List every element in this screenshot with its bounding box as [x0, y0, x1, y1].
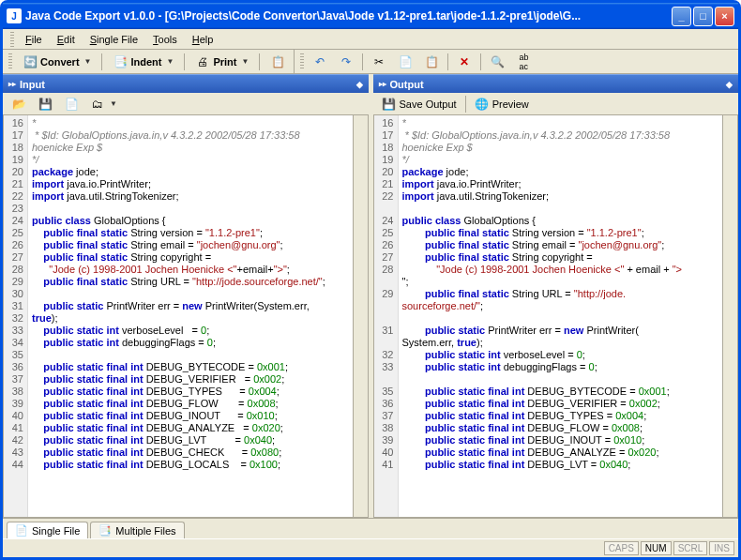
indent-label: Indent: [130, 56, 161, 68]
status-num: NUM: [641, 541, 672, 555]
menu-help[interactable]: Help: [187, 32, 219, 47]
paste-button[interactable]: 📋: [419, 52, 444, 72]
redo-icon: ↷: [339, 54, 354, 69]
output-title: Output: [390, 79, 727, 90]
minimize-button[interactable]: _: [672, 7, 691, 26]
input-editor[interactable]: 1617181920212223242526272829303132333435…: [3, 115, 369, 518]
toolbar-grip[interactable]: [8, 53, 12, 70]
dropdown-icon: ▼: [166, 57, 174, 66]
separator: [362, 53, 363, 70]
tab-multiple-label: Multiple Files: [115, 525, 175, 537]
preview-icon: 🌐: [475, 97, 490, 112]
convert-icon: 🔄: [23, 54, 38, 69]
separator: [101, 53, 102, 70]
files-icon: 📑: [98, 524, 112, 537]
cut-icon: ✂: [371, 54, 386, 69]
bottom-tabs: 📄 Single File 📑 Multiple Files: [3, 518, 738, 538]
delete-icon: ✕: [457, 54, 472, 69]
indent-button[interactable]: 📑 Indent ▼: [108, 52, 178, 72]
delete-button[interactable]: ✕: [452, 52, 476, 72]
menu-tools[interactable]: Tools: [147, 32, 183, 47]
window-title: Java Code Export v1.0.0 - [G:\Projects\C…: [25, 9, 672, 23]
content-area: ▸▸ Input ◆ 📂 💾 📄 🗂▼ 16171819202122232425…: [3, 74, 738, 518]
new-button[interactable]: 📄: [59, 94, 83, 114]
print-icon: 🖨: [195, 54, 210, 69]
save-icon: 💾: [38, 97, 53, 112]
menubar-grip[interactable]: [10, 32, 14, 47]
separator: [480, 53, 481, 70]
chevron-right-icon: ▸▸: [8, 80, 16, 88]
options-icon: 🗂: [90, 97, 105, 112]
redo-button[interactable]: ↷: [334, 52, 358, 72]
indent-icon: 📑: [113, 54, 128, 69]
output-scrollbar[interactable]: [722, 115, 737, 517]
menu-single-file[interactable]: Single File: [84, 32, 144, 47]
replace-icon: abac: [516, 54, 531, 69]
options-button[interactable]: 🗂▼: [85, 94, 122, 114]
status-scrl: SCRL: [673, 541, 708, 555]
output-panel: ▸▸ Output ◆ 💾 Save Output 🌐 Preview 1617…: [373, 74, 739, 518]
output-gutter: 1617181920212224252627282931323335363738…: [374, 115, 399, 517]
input-toolbar: 📂 💾 📄 🗂▼: [3, 93, 369, 115]
save-icon: 💾: [382, 97, 397, 112]
open-button[interactable]: 📂: [7, 94, 31, 114]
print-label: Print: [213, 56, 236, 68]
preview-label: Preview: [492, 98, 529, 110]
dropdown-icon: ▼: [84, 57, 92, 66]
menu-edit[interactable]: Edit: [52, 32, 81, 47]
chevron-right-icon: ▸▸: [379, 80, 386, 88]
print-button[interactable]: 🖨 Print ▼: [190, 52, 253, 72]
toolbar-main: 🔄 Convert ▼ 📑 Indent ▼ 🖨 Print ▼ 📋: [3, 50, 295, 74]
paste-icon: 📋: [424, 54, 439, 69]
clipboard-button[interactable]: 📋: [265, 52, 290, 72]
find-icon: 🔍: [490, 54, 505, 69]
separator: [184, 53, 185, 70]
app-icon: J: [7, 8, 22, 23]
convert-button[interactable]: 🔄 Convert ▼: [18, 52, 96, 72]
status-ins: INS: [709, 541, 734, 555]
input-panel: ▸▸ Input ◆ 📂 💾 📄 🗂▼ 16171819202122232425…: [3, 74, 369, 518]
output-code[interactable]: * * $Id: GlobalOptions.java.in,v 4.3.2.2…: [399, 115, 723, 517]
tab-single-file[interactable]: 📄 Single File: [7, 522, 88, 538]
panel-options-icon[interactable]: ◆: [726, 80, 733, 89]
panel-options-icon[interactable]: ◆: [356, 80, 363, 89]
input-scrollbar[interactable]: [353, 115, 368, 517]
save-output-button[interactable]: 💾 Save Output: [377, 94, 461, 114]
toolbar-grip[interactable]: [300, 53, 304, 70]
input-code[interactable]: * * $Id: GlobalOptions.java.in,v 4.3.2.2…: [28, 115, 353, 517]
app-window: J Java Code Export v1.0.0 - [G:\Projects…: [0, 0, 741, 560]
separator: [465, 96, 466, 113]
open-icon: 📂: [11, 97, 26, 112]
undo-button[interactable]: ↶: [308, 52, 332, 72]
undo-icon: ↶: [312, 54, 327, 69]
close-button[interactable]: ×: [715, 7, 734, 26]
statusbar: CAPS NUM SCRL INS: [3, 538, 738, 557]
toolbar-edit: ↶ ↷ ✂ 📄 📋 ✕ 🔍 abac: [295, 50, 738, 74]
output-editor[interactable]: 1617181920212224252627282931323335363738…: [373, 115, 739, 518]
save-button[interactable]: 💾: [33, 94, 57, 114]
save-output-label: Save Output: [400, 98, 457, 110]
find-button[interactable]: 🔍: [485, 52, 509, 72]
separator: [447, 53, 448, 70]
copy-icon: 📄: [398, 54, 413, 69]
clipboard-icon: 📋: [270, 54, 285, 69]
menubar: File Edit Single File Tools Help: [3, 29, 738, 50]
menu-file[interactable]: File: [20, 32, 48, 47]
maximize-button[interactable]: □: [693, 7, 713, 26]
dropdown-icon: ▼: [110, 99, 117, 108]
input-gutter: 1617181920212223242526272829303132333435…: [4, 115, 28, 517]
titlebar[interactable]: J Java Code Export v1.0.0 - [G:\Projects…: [3, 3, 738, 29]
cut-button[interactable]: ✂: [367, 52, 391, 72]
separator: [259, 53, 260, 70]
tab-multiple-files[interactable]: 📑 Multiple Files: [90, 522, 184, 538]
new-icon: 📄: [64, 97, 79, 112]
output-panel-header[interactable]: ▸▸ Output ◆: [373, 74, 739, 93]
input-panel-header[interactable]: ▸▸ Input ◆: [3, 74, 369, 93]
status-caps: CAPS: [604, 541, 639, 555]
file-icon: 📄: [15, 524, 28, 537]
convert-label: Convert: [40, 56, 80, 68]
replace-button[interactable]: abac: [511, 52, 536, 72]
copy-button[interactable]: 📄: [393, 52, 417, 72]
preview-button[interactable]: 🌐 Preview: [470, 94, 534, 114]
input-title: Input: [20, 79, 356, 90]
